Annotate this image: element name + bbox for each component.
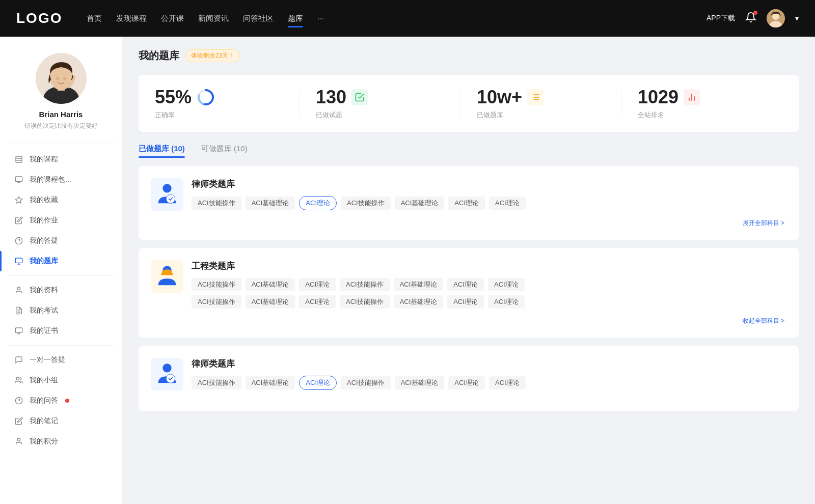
tab-done[interactable]: 已做题库 (10) bbox=[139, 144, 185, 158]
tag-lawyer2-2[interactable]: ACI理论 bbox=[299, 376, 337, 390]
tag-lawyer1-2[interactable]: ACI理论 bbox=[299, 196, 337, 210]
sidebar-menu: 我的课程 我的课程包... 我的收藏 我的作业 bbox=[0, 147, 122, 454]
tag-lawyer1-1[interactable]: ACI基础理论 bbox=[246, 197, 295, 210]
stat-correct-rate: 55% 正确率 bbox=[155, 87, 300, 120]
stat-label-rank: 全站排名 bbox=[638, 110, 664, 120]
sidebar-item-qbank[interactable]: 我的题库 bbox=[0, 251, 122, 271]
tag-eng1-r2-1[interactable]: ACI基础理论 bbox=[246, 295, 295, 309]
sidebar-item-homework[interactable]: 我的作业 bbox=[0, 210, 122, 231]
svg-rect-12 bbox=[15, 177, 22, 181]
svg-rect-24 bbox=[15, 328, 22, 332]
expand-lawyer1[interactable]: 展开全部科目 > bbox=[151, 219, 786, 228]
tag-eng1-r2-5[interactable]: ACI理论 bbox=[447, 295, 484, 309]
sidebar-divider-1 bbox=[8, 275, 114, 276]
navbar: LOGO 首页 发现课程 公开课 新闻资讯 问答社区 题库 ··· APP下载 … bbox=[0, 0, 815, 37]
svg-point-48 bbox=[166, 374, 175, 383]
nav-logo: LOGO bbox=[16, 10, 62, 26]
tag-eng1-r1-6[interactable]: ACI理论 bbox=[488, 278, 525, 291]
svg-point-27 bbox=[16, 377, 19, 380]
tag-eng1-r1-0[interactable]: ACI技能操作 bbox=[192, 278, 241, 291]
tag-eng1-r2-0[interactable]: ACI技能操作 bbox=[192, 295, 241, 309]
tag-eng1-r2-2[interactable]: ACI理论 bbox=[299, 295, 336, 309]
sidebar-item-notes[interactable]: 我的笔记 bbox=[0, 411, 122, 431]
svg-rect-9 bbox=[16, 156, 22, 162]
sidebar-item-certificates[interactable]: 我的证书 bbox=[0, 321, 122, 341]
tag-lawyer2-1[interactable]: ACI基础理论 bbox=[246, 376, 295, 389]
notification-bell[interactable] bbox=[745, 12, 756, 25]
stat-row-done: 130 bbox=[316, 87, 368, 107]
svg-point-21 bbox=[17, 287, 20, 290]
favorites-icon bbox=[14, 195, 23, 205]
stats-card: 55% 正确率 130 bbox=[139, 75, 799, 132]
qbank-title-lawyer1: 律师类题库 ACI技能操作 ACI基础理论 ACI理论 ACI技能操作 ACI基… bbox=[192, 178, 786, 210]
nav-link-qbank[interactable]: 题库 bbox=[288, 12, 303, 25]
questions-icon bbox=[14, 236, 23, 245]
homework-icon bbox=[14, 216, 23, 225]
sidebar-item-favorites[interactable]: 我的收藏 bbox=[0, 190, 122, 210]
tag-lawyer2-4[interactable]: ACI基础理论 bbox=[395, 376, 445, 389]
tag-eng1-r1-2[interactable]: ACI理论 bbox=[299, 278, 336, 291]
stat-done-banks: 10w+ 已做题库 bbox=[460, 87, 621, 120]
sidebar-item-points[interactable]: 我的积分 bbox=[0, 431, 122, 452]
tag-eng1-r2-4[interactable]: ACI基础理论 bbox=[394, 295, 444, 309]
sidebar-profile: Brian Harris 错误的决定比没有决定要好 bbox=[0, 37, 122, 138]
tag-lawyer1-3[interactable]: ACI技能操作 bbox=[341, 197, 391, 210]
tag-lawyer1-0[interactable]: ACI技能操作 bbox=[192, 197, 241, 210]
user-avatar[interactable] bbox=[767, 9, 785, 27]
collapse-engineer1[interactable]: 收起全部科目 > bbox=[151, 317, 786, 325]
sidebar-item-tutoring[interactable]: 一对一答疑 bbox=[0, 350, 122, 370]
sidebar-label-points: 我的积分 bbox=[30, 437, 58, 446]
sidebar-item-profile[interactable]: 我的资料 bbox=[0, 280, 122, 300]
sidebar-item-exams[interactable]: 我的考试 bbox=[0, 300, 122, 321]
tag-lawyer1-4[interactable]: ACI基础理论 bbox=[395, 197, 445, 210]
courses-icon bbox=[14, 155, 23, 164]
svg-rect-46 bbox=[161, 273, 173, 275]
qbank-icon-lawyer2 bbox=[151, 358, 183, 390]
sidebar-item-groups[interactable]: 我的小组 bbox=[0, 370, 122, 390]
qbank-card-engineer1: 工程类题库 ACI技能操作 ACI基础理论 ACI理论 ACI技能操作 ACI基… bbox=[139, 248, 799, 338]
qbank-card-lawyer1: 律师类题库 ACI技能操作 ACI基础理论 ACI理论 ACI技能操作 ACI基… bbox=[139, 166, 799, 240]
sidebar-label-answers: 我的问答 bbox=[30, 396, 58, 405]
tag-eng1-r1-3[interactable]: ACI技能操作 bbox=[340, 278, 390, 291]
tag-eng1-r1-1[interactable]: ACI基础理论 bbox=[246, 278, 295, 291]
stat-value-done: 130 bbox=[316, 87, 346, 107]
tag-eng1-r2-6[interactable]: ACI理论 bbox=[488, 295, 525, 309]
tags-lawyer1: ACI技能操作 ACI基础理论 ACI理论 ACI技能操作 ACI基础理论 AC… bbox=[192, 196, 786, 210]
sidebar-item-course-packages[interactable]: 我的课程包... bbox=[0, 170, 122, 190]
groups-icon bbox=[14, 376, 23, 385]
tab-available[interactable]: 可做题库 (10) bbox=[201, 144, 248, 158]
sidebar: Brian Harris 错误的决定比没有决定要好 我的课程 我的课程包... bbox=[0, 37, 122, 504]
nav-link-qa[interactable]: 问答社区 bbox=[243, 12, 274, 25]
page-header: 我的题库 体验剩余23天！ bbox=[139, 49, 799, 63]
tag-lawyer2-6[interactable]: ACI理论 bbox=[489, 376, 526, 389]
tag-lawyer1-6[interactable]: ACI理论 bbox=[489, 197, 526, 210]
sidebar-item-answers[interactable]: 我的问答 bbox=[0, 390, 122, 411]
qbank-name-lawyer1: 律师类题库 bbox=[192, 178, 786, 190]
qbank-card-lawyer2: 律师类题库 ACI技能操作 ACI基础理论 ACI理论 ACI技能操作 ACI基… bbox=[139, 346, 799, 411]
trial-badge: 体验剩余23天！ bbox=[185, 49, 240, 62]
tag-eng1-r1-5[interactable]: ACI理论 bbox=[447, 278, 484, 291]
tag-lawyer1-5[interactable]: ACI理论 bbox=[448, 197, 485, 210]
app-download-button[interactable]: APP下载 bbox=[707, 14, 735, 23]
nav-link-news[interactable]: 新闻资讯 bbox=[198, 12, 229, 25]
stat-value-correct: 55% bbox=[155, 87, 192, 107]
nav-link-home[interactable]: 首页 bbox=[87, 12, 102, 25]
tag-eng1-r2-3[interactable]: ACI技能操作 bbox=[340, 295, 390, 309]
tag-lawyer2-5[interactable]: ACI理论 bbox=[448, 376, 485, 389]
sidebar-item-questions[interactable]: 我的答疑 bbox=[0, 231, 122, 251]
nav-link-discover[interactable]: 发现课程 bbox=[116, 12, 147, 25]
stat-icon-banks bbox=[527, 89, 544, 105]
tag-eng1-r1-4[interactable]: ACI基础理论 bbox=[394, 278, 444, 291]
nav-link-open[interactable]: 公开课 bbox=[161, 12, 184, 25]
nav-link-more[interactable]: ··· bbox=[317, 12, 324, 25]
qbank-icon bbox=[14, 257, 23, 266]
svg-point-7 bbox=[56, 77, 59, 80]
sidebar-item-courses[interactable]: 我的课程 bbox=[0, 149, 122, 170]
tag-lawyer2-0[interactable]: ACI技能操作 bbox=[192, 376, 241, 389]
notification-dot bbox=[753, 11, 757, 15]
nav-right: APP下载 ▾ bbox=[707, 9, 799, 27]
svg-marker-15 bbox=[15, 197, 22, 203]
user-menu-chevron[interactable]: ▾ bbox=[795, 14, 799, 22]
svg-rect-18 bbox=[15, 258, 22, 263]
tag-lawyer2-3[interactable]: ACI技能操作 bbox=[341, 376, 391, 389]
